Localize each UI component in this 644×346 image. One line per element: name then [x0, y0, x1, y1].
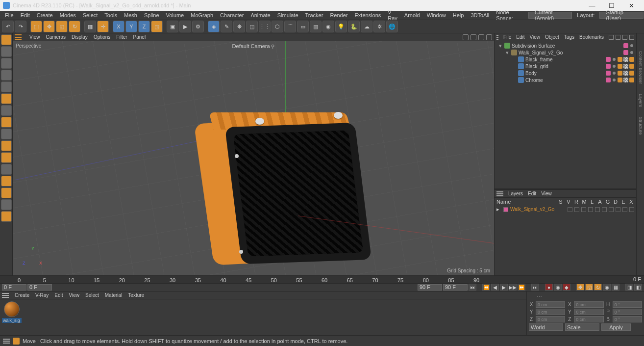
record-button[interactable]: ● — [545, 284, 553, 291]
undo-button[interactable]: ↶ — [2, 21, 14, 32]
tree-row[interactable]: Chrome — [495, 77, 635, 83]
scale-tool[interactable]: ◱ — [56, 21, 68, 32]
viewport-solo-tool[interactable] — [1, 140, 12, 151]
coord-field[interactable]: 0 cm — [536, 309, 565, 315]
coord-field[interactable]: 0 cm — [574, 316, 603, 322]
planar-workplane-tool[interactable] — [1, 187, 12, 198]
menu-animate[interactable]: Animate — [248, 12, 273, 18]
menu-tools[interactable]: Tools — [101, 12, 120, 18]
vp-options[interactable]: Options — [94, 34, 110, 40]
layout-dropdown[interactable]: Startup (User) — [599, 12, 643, 19]
python-button[interactable]: 🐍 — [348, 21, 360, 32]
script-button[interactable]: ☁ — [361, 21, 372, 32]
menu-tracker[interactable]: Tracker — [302, 12, 326, 18]
menu-file[interactable]: File — [2, 12, 17, 18]
key-scale-button[interactable]: ◱ — [585, 284, 593, 291]
viewport-menu-icon[interactable] — [15, 34, 22, 40]
point-tool[interactable] — [1, 93, 12, 104]
menu-help[interactable]: Help — [450, 12, 467, 18]
tree-row[interactable]: Black_frame — [495, 56, 635, 63]
menu-extensions[interactable]: Extensions — [351, 12, 384, 18]
snap-tool[interactable] — [1, 152, 12, 163]
make-editable-tool[interactable] — [1, 34, 12, 45]
key-all-button[interactable]: ◧ — [634, 284, 642, 291]
polygon-tool[interactable] — [1, 117, 12, 128]
key-param-button[interactable]: ◉ — [603, 284, 611, 291]
menu-simulate[interactable]: Simulate — [274, 12, 301, 18]
coord-scale-dropdown[interactable]: Scale — [565, 323, 599, 331]
material-item[interactable]: walk_sig — [2, 301, 22, 333]
obj-view[interactable]: View — [529, 34, 540, 40]
light-button[interactable]: 💡 — [335, 21, 347, 32]
array-button[interactable]: ⋮⋮ — [259, 21, 271, 32]
next-key-button[interactable]: ⏩ — [518, 284, 525, 291]
coord-field[interactable]: 0 ° — [613, 316, 642, 322]
mat-view[interactable]: View — [69, 293, 79, 298]
menu-select[interactable]: Select — [80, 12, 101, 18]
layers-edit[interactable]: Edit — [528, 191, 536, 196]
menu-mograph[interactable]: MoGraph — [188, 12, 216, 18]
tag-button[interactable]: ◉ — [322, 21, 334, 32]
render-settings-button[interactable]: ⚙ — [192, 21, 204, 32]
obj-tags[interactable]: Tags — [564, 34, 574, 40]
keyframe-button[interactable]: ◆ — [563, 284, 570, 291]
coord-field[interactable]: 0 cm — [536, 301, 565, 308]
viewport[interactable]: Perspective Default Camera ⚲ Y X Z Gr — [13, 41, 494, 275]
edge-tool[interactable] — [1, 105, 12, 116]
y-axis-button[interactable]: Y — [125, 21, 137, 32]
cloner-button[interactable]: ⬡ — [272, 21, 283, 32]
redo-button[interactable]: ↷ — [15, 21, 26, 32]
tree-row[interactable]: ▾Walk_Signal_v2_Go — [495, 49, 635, 56]
object-tool[interactable] — [1, 81, 12, 92]
prev-key-button[interactable]: ⏪ — [482, 284, 490, 291]
x-axis-button[interactable]: X — [113, 21, 124, 32]
quantize-tool[interactable] — [1, 199, 12, 210]
coord-field[interactable]: 0 ° — [613, 301, 642, 308]
workplane2-tool[interactable] — [1, 164, 12, 175]
vp-filter[interactable]: Filter — [116, 34, 127, 40]
select-tool[interactable]: ⬚ — [30, 21, 42, 32]
coord-apply-button[interactable]: Apply — [601, 323, 631, 331]
viewport-model[interactable] — [199, 105, 371, 275]
coord-field[interactable]: 0 ° — [613, 309, 642, 315]
material-name[interactable]: walk_sig — [2, 318, 22, 323]
menu-edit[interactable]: Edit — [18, 12, 33, 18]
tree-row[interactable]: ▾Subdivision Surface — [495, 42, 635, 49]
mat-menu-icon[interactable] — [2, 293, 9, 298]
coord-field[interactable]: 0 cm — [574, 301, 603, 308]
vp-cameras[interactable]: Cameras — [46, 34, 66, 40]
tree-row[interactable]: Black_grid — [495, 63, 635, 70]
menu-create[interactable]: Create — [34, 12, 56, 18]
floor-button[interactable]: ▤ — [310, 21, 322, 32]
render-button[interactable]: ▶ — [179, 21, 191, 32]
tab-structure[interactable]: Structure — [638, 114, 643, 138]
nodespace-dropdown[interactable]: Current (Arnold) — [528, 12, 572, 19]
coord-field[interactable]: 0 cm — [536, 316, 565, 322]
camera-button[interactable]: ▭ — [297, 21, 309, 32]
frame-end-field[interactable]: 90 F — [418, 284, 442, 291]
axis-tool[interactable]: ✛ — [97, 21, 109, 32]
key-rot-button[interactable]: ↻ — [594, 284, 602, 291]
play-button[interactable]: ▶ — [500, 284, 508, 291]
tree-row[interactable]: Body — [495, 70, 635, 77]
coord-system-button[interactable]: ◳ — [151, 21, 163, 32]
recent-tool[interactable]: ▦ — [84, 21, 96, 32]
menu-spline[interactable]: Spline — [141, 12, 162, 18]
menu-arnold[interactable]: Arnold — [401, 12, 423, 18]
cube-primitive[interactable]: ◈ — [208, 21, 220, 32]
mat-texture[interactable]: Texture — [128, 293, 144, 298]
mat-vray[interactable]: V-Ray — [35, 293, 49, 298]
model-tool[interactable] — [1, 46, 12, 57]
obj-path-icon[interactable] — [629, 35, 634, 40]
vp-nav1-icon[interactable] — [463, 34, 469, 40]
bend-button[interactable]: ⌒ — [284, 21, 296, 32]
layers-menu[interactable]: Layers — [508, 191, 523, 196]
obj-object[interactable]: Object — [545, 34, 559, 40]
obj-file[interactable]: File — [503, 34, 511, 40]
enable-axis-tool[interactable] — [1, 129, 12, 139]
vp-panel[interactable]: Panel — [133, 34, 146, 40]
menu-window[interactable]: Window — [424, 12, 449, 18]
layer-row[interactable]: ▸ Walk_Signal_v2_Go — [495, 206, 636, 213]
obj-bookmarks[interactable]: Bookmarks — [579, 34, 604, 40]
menu-3dtoall[interactable]: 3DToAll — [468, 12, 492, 18]
